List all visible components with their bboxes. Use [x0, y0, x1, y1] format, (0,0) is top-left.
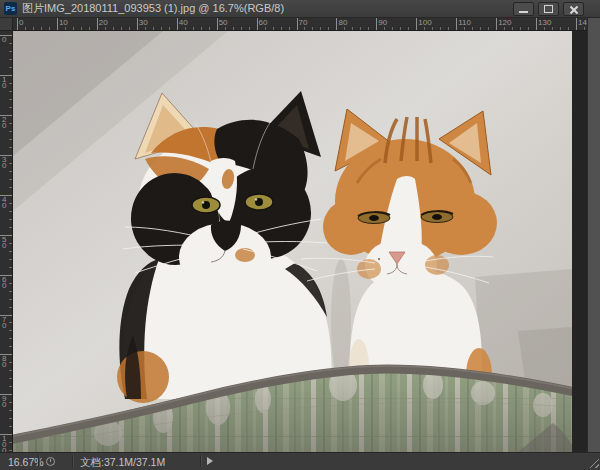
close-icon	[569, 5, 578, 14]
vertical-ruler[interactable]: 0102030405060708090100	[0, 31, 13, 452]
shadow-between-cats	[331, 259, 351, 383]
status-divider	[200, 455, 201, 467]
cats-photo	[13, 31, 572, 452]
horizontal-ruler[interactable]: 0102030405060708090100110120130140	[13, 18, 587, 31]
minimize-button[interactable]	[513, 2, 534, 16]
ruler-origin-corner[interactable]	[0, 18, 13, 31]
photoshop-app-icon: Ps	[4, 2, 17, 15]
close-button[interactable]	[563, 2, 584, 16]
document-canvas[interactable]	[13, 31, 572, 452]
status-menu-arrow-icon[interactable]	[207, 457, 213, 465]
title-bar[interactable]: Ps 图片IMG_20180111_093953 (1).jpg @ 16.7%…	[0, 0, 600, 18]
pasteboard	[572, 31, 587, 452]
status-divider	[38, 455, 39, 467]
document-title: 图片IMG_20180111_093953 (1).jpg @ 16.7%(RG…	[22, 1, 284, 16]
maximize-icon	[544, 5, 553, 13]
document-size-info: 文档:37.1M/37.1M	[80, 456, 165, 470]
photoshop-window: Ps 图片IMG_20180111_093953 (1).jpg @ 16.7%…	[0, 0, 600, 470]
maximize-button[interactable]	[538, 2, 559, 16]
status-clock-icon	[46, 457, 55, 466]
right-scrollbar-track[interactable]	[587, 18, 600, 452]
status-divider	[72, 455, 73, 467]
window-controls	[513, 2, 584, 16]
window-resize-grip[interactable]	[587, 456, 599, 468]
minimize-icon	[519, 11, 528, 13]
status-bar: 16.67% 文档:37.1M/37.1M	[0, 452, 600, 470]
